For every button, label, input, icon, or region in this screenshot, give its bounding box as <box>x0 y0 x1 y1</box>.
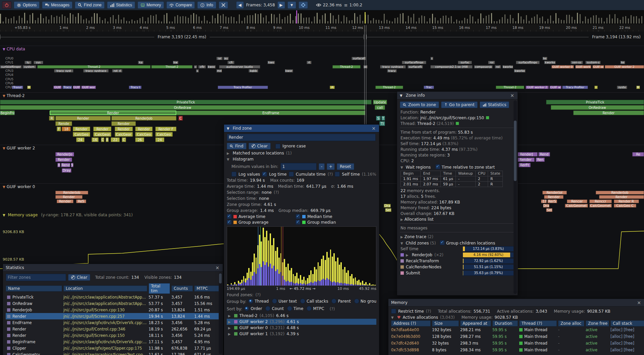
timeline-zone[interactable]: Render <box>573 110 644 115</box>
thread-header[interactable]: ▼Thread-2 <box>3 93 25 98</box>
scrollbar[interactable] <box>219 273 222 354</box>
timeline-zone[interactable]: Render <box>517 158 535 162</box>
frame-time-bar[interactable] <box>569 15 570 24</box>
cpu-zone[interactable]: roi <box>488 61 495 64</box>
cpu-zone[interactable]: surfac <box>458 61 472 64</box>
frame-time-bar[interactable] <box>456 19 457 24</box>
memory-button[interactable]: Memory <box>138 1 164 9</box>
column-header-duration[interactable]: Duration <box>492 320 518 326</box>
frame-time-bar[interactable] <box>121 19 122 24</box>
frame-time-bar[interactable] <box>56 16 57 24</box>
info-button[interactable]: Info <box>197 1 216 9</box>
cpu-zone[interactable]: composer@ <box>474 65 493 69</box>
timeline-zone[interactable]: 8 <box>57 163 61 167</box>
group-by-parent[interactable]: Parent <box>331 299 351 304</box>
frame-time-bar[interactable] <box>510 15 511 24</box>
column-header-appeared-at[interactable]: Appeared at <box>460 320 491 326</box>
frame-time-bar[interactable] <box>325 13 326 24</box>
frame-time-bar[interactable] <box>588 19 589 24</box>
timeline-zone[interactable]: PrivateTick <box>0 100 372 104</box>
free-callstack-link[interactable]: [free] <box>623 341 634 346</box>
frame-time-bar[interactable] <box>641 16 642 24</box>
frame-time-bar[interactable] <box>13 16 14 24</box>
frame-time-bar[interactable] <box>480 13 481 24</box>
frame-time-bar[interactable] <box>539 18 540 24</box>
frame-time-bar[interactable] <box>279 14 280 24</box>
messages-button[interactable]: Messages <box>42 1 72 9</box>
clear-filter-button[interactable]: Clear <box>68 274 90 281</box>
cpu-zone[interactable]: tracy_syst <box>54 69 73 73</box>
alloc-address[interactable]: 0x7e049b3d00 <box>391 334 431 339</box>
frame-time-bar[interactable] <box>274 14 275 24</box>
frame-time-bar[interactable] <box>529 21 530 24</box>
child-zone-row[interactable]: RecalcTransform72.92 μs (1.62%) <box>398 258 517 264</box>
frame-time-bar[interactable] <box>504 14 505 24</box>
frame-time-bar[interactable] <box>596 15 597 24</box>
cpu-zone[interactable]: kwoc <box>207 65 216 69</box>
memory-titlebar[interactable]: Memory × <box>388 299 644 307</box>
frame-time-bar[interactable] <box>392 21 393 24</box>
cpu-zone[interactable]: ke <box>542 57 547 60</box>
frame-time-bar[interactable] <box>496 21 497 24</box>
next-frame-button[interactable]: ▶ <box>277 1 285 9</box>
active-allocations-label[interactable]: Active allocations <box>402 315 438 320</box>
frame-time-bar[interactable] <box>3 21 4 24</box>
frame-time-bar[interactable] <box>91 17 92 24</box>
timeline-zone[interactable]: Render <box>544 195 564 199</box>
alloc-callstack-link[interactable]: [alloc] <box>610 341 623 346</box>
zone-location[interactable]: jni/../jni/src/guif/Screen.cpp:150 <box>420 116 484 120</box>
timeline-zone[interactable]: call <box>375 105 385 110</box>
legend-checkbox[interactable] <box>227 220 232 225</box>
frame-time-bar[interactable] <box>83 19 84 24</box>
frame-time-bar[interactable] <box>545 21 546 24</box>
frame-time-bar[interactable] <box>282 19 283 24</box>
frame-time-bar[interactable] <box>354 13 355 24</box>
frame-time-bar[interactable] <box>378 20 379 24</box>
allocation-row[interactable]: 0x7dfc42d64032 bytes298.3 ms59.95 sMain … <box>391 340 642 347</box>
cpu-zone[interactable]: Thread-2 <box>375 86 403 89</box>
timeline-zone[interactable]: 18 <box>62 127 71 131</box>
frame-time-bar[interactable] <box>5 17 6 24</box>
timeline-zone[interactable]: RenderJol <box>542 191 567 194</box>
frame-time-bar[interactable] <box>236 21 237 24</box>
alloc-appeared[interactable]: 298.3 ms <box>460 341 491 346</box>
frame-time-bar[interactable] <box>338 15 339 24</box>
frame-time-bar[interactable] <box>400 14 401 24</box>
frame-time-bar[interactable] <box>67 18 68 24</box>
collapse-icon[interactable]: ▼ <box>3 47 5 51</box>
timeline-zone[interactable]: Render <box>135 127 153 131</box>
timeline-zone[interactable]: Render <box>599 195 644 199</box>
frame-time-bar[interactable] <box>241 21 243 24</box>
table-row[interactable]: BeginFramejni/../jni/src/claw/gfx/drv/vk… <box>6 339 220 345</box>
frame-time-bar[interactable] <box>488 15 489 24</box>
frame-time-bar[interactable] <box>424 16 425 24</box>
frame-time-bar[interactable] <box>38 18 39 24</box>
frame-time-bar[interactable] <box>209 22 210 24</box>
tools-button[interactable] <box>219 1 228 9</box>
cpu-zone[interactable]: i <box>594 86 598 89</box>
frame-time-bar[interactable] <box>443 16 444 24</box>
cpu-zone[interactable]: kwo <box>267 61 275 64</box>
frame-time-bar[interactable] <box>271 14 272 24</box>
cpu-zone[interactable]: Tracy Profiler <box>562 86 588 89</box>
frame-time-bar[interactable] <box>416 21 417 24</box>
timeline-zone[interactable]: Render <box>111 121 136 126</box>
frame-time-bar[interactable] <box>142 17 143 24</box>
timeline-zone[interactable]: C <box>101 137 104 142</box>
cpu-zone[interactable]: M <box>636 86 640 89</box>
legend-checkbox[interactable] <box>227 214 232 219</box>
collapse-icon[interactable]: ▼ <box>3 146 5 150</box>
timeline-zone[interactable]: PrivateTick <box>546 100 644 104</box>
decrement-button[interactable]: - <box>319 163 325 170</box>
frame-time-bar[interactable] <box>507 19 508 24</box>
cpu-zone[interactable]: surfaceflinge <box>402 61 426 64</box>
collapse-icon[interactable]: ▼ <box>227 127 229 130</box>
frame-time-bar[interactable] <box>284 17 285 24</box>
timeline-zone[interactable]: EndFrame <box>176 110 365 115</box>
cpu-zone[interactable]: md <box>216 69 222 73</box>
frame-time-bar[interactable] <box>547 19 548 24</box>
frame-time-bar[interactable] <box>199 16 200 24</box>
legend-checkbox[interactable] <box>296 214 301 219</box>
timeline-zone[interactable]: -17 <box>541 199 547 203</box>
timeline-zone[interactable]: Re5 <box>76 199 87 203</box>
